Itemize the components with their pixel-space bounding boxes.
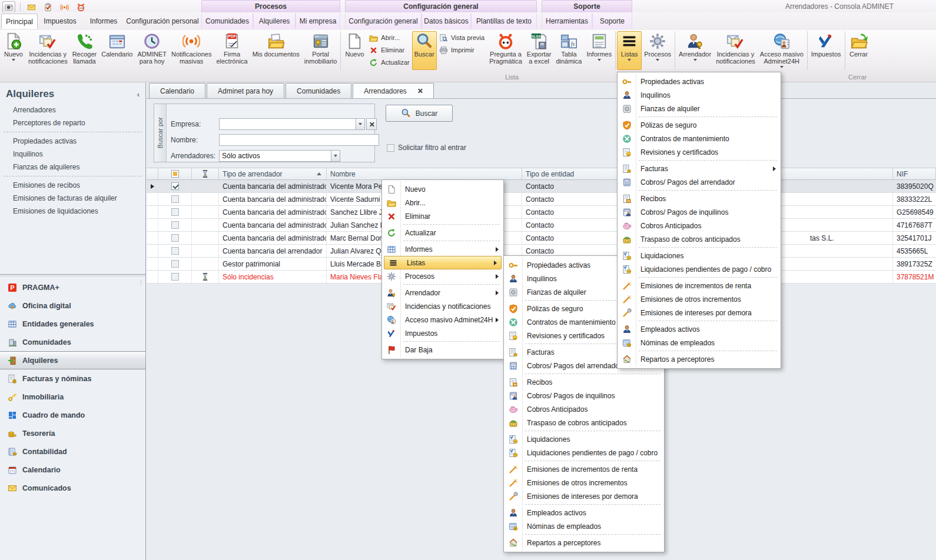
context-menu-item-incidencias-y-notificaciones[interactable]: Incidencias y notificaciones <box>383 299 503 313</box>
listas-dropdown-item-propiedades-activas[interactable]: Propiedades activas <box>618 75 780 88</box>
qat-clipboard-check-button[interactable] <box>42 2 54 12</box>
sidebar-nav-alquileres[interactable]: Alquileres <box>0 351 145 369</box>
listas-submenu-item-cobros-anticipados[interactable]: Cobros Anticipados <box>504 402 663 416</box>
column-header-nombre[interactable]: Nombre <box>327 168 522 179</box>
table-row[interactable]: Cuenta bancaria del administradorVicente… <box>147 180 936 193</box>
listas-submenu-item-emisiones-de-otros-incrementos[interactable]: Emisiones de otros incrementos <box>504 476 663 489</box>
table-row[interactable]: Cuenta bancaria del administradorSanchez… <box>147 206 936 219</box>
listas-submenu-item-emisiones-de-intereses-por-demora[interactable]: Emisiones de intereses por demora <box>504 489 663 503</box>
listas-submenu-item-empleados-activos[interactable]: Empleados activos <box>504 506 663 519</box>
ribbon-button-recoger-llamada[interactable]: Recoger llamada <box>70 31 99 70</box>
ribbon-button-mis-documentos[interactable]: Mis documentos <box>250 31 302 70</box>
ribbon-button-portal-inmobiliario[interactable]: Portal inmobiliario <box>302 31 340 70</box>
ribbon-tab-soporte[interactable]: Soporte <box>592 14 632 29</box>
ribbon-button-calendario[interactable]: Calendario <box>99 31 135 70</box>
sidebar-collapse-icon[interactable]: ‹ <box>137 90 140 99</box>
empresa-clear-button[interactable] <box>366 118 377 130</box>
close-icon[interactable] <box>417 88 423 94</box>
listas-dropdown-item-emisiones-de-intereses-por-demora[interactable]: Emisiones de intereses por demora <box>618 306 780 319</box>
context-menu-item-eliminar[interactable]: Eliminar <box>383 209 503 223</box>
row-checkbox[interactable] <box>171 260 179 268</box>
sidebar-link-inquilinos[interactable]: Inquilinos <box>0 148 145 161</box>
ribbon-button-eliminar[interactable]: Eliminar <box>369 45 409 55</box>
sidebar-nav-oficina-digital[interactable]: Oficina digital <box>0 296 145 315</box>
sidebar-splitter[interactable]: ⋮ <box>0 274 145 278</box>
listas-dropdown-item-facturas[interactable]: Facturas <box>618 162 780 175</box>
column-header-tipo-de-entidad[interactable]: Tipo de entidad <box>522 168 618 179</box>
qat-app-button[interactable] <box>2 1 15 13</box>
ribbon-tab-herramientas[interactable]: Herramientas <box>542 14 592 29</box>
ribbon-tab-configuracion-general[interactable]: Configuración general <box>345 14 421 29</box>
ribbon-tab-plantillas-de-texto[interactable]: Plantillas de texto <box>471 14 537 29</box>
filter-on-enter-checkbox[interactable] <box>387 144 394 152</box>
qat-broadcast-button[interactable] <box>58 2 70 12</box>
row-checkbox[interactable] <box>171 234 179 242</box>
ribbon-tab-impuestos[interactable]: Impuestos <box>38 14 82 29</box>
context-menu-item-informes[interactable]: Informes <box>383 242 503 256</box>
listas-submenu-item-traspaso-de-cobros-anticipados[interactable]: Traspaso de cobros anticipados <box>504 416 663 429</box>
listas-submenu-item-liquidaciones[interactable]: Liquidaciones <box>504 432 663 446</box>
ribbon-tab-datos-basicos[interactable]: Datos básicos <box>421 14 471 29</box>
ribbon-button-imprimir[interactable]: Imprimir <box>439 45 484 55</box>
empresa-combo[interactable] <box>219 118 356 130</box>
listas-submenu-item-recibos[interactable]: Recibos <box>504 375 663 389</box>
sidebar-nav-entidades-generales[interactable]: Entidades generales <box>0 315 145 333</box>
ribbon-button-cerrar[interactable]: Cerrar <box>847 31 871 70</box>
ribbon-button-tabla-dinamica[interactable]: fxTabla dinámica <box>553 31 584 70</box>
ribbon-button-firma-electronica[interactable]: PDFFirma electrónica <box>214 31 250 70</box>
sidebar-link-fianzas-de-alquileres[interactable]: Fianzas de alquileres <box>0 161 145 174</box>
table-row[interactable]: Cuenta bancaria del administradorJulian … <box>147 219 936 232</box>
arrendadores-dropdown-button[interactable] <box>331 150 340 162</box>
context-menu-item-dar-baja[interactable]: Dar Baja <box>383 343 503 356</box>
ribbon-button-informes[interactable]: Informes <box>584 31 614 70</box>
listas-dropdown-item-traspaso-de-cobros-anticipados[interactable]: Traspaso de cobros anticipados <box>618 232 780 246</box>
listas-dropdown-item-cobros-anticipados[interactable]: Cobros Anticipados <box>618 219 780 232</box>
sidebar-nav-pragma[interactable]: PPRAGMA+ <box>0 278 145 296</box>
column-header-tipo-de-arrendador[interactable]: Tipo de arrendador <box>219 168 327 179</box>
document-tab-arrendadores[interactable]: Arrendadores <box>353 83 434 98</box>
listas-dropdown-item-liquidaciones-pendientes-de-pago-cobro[interactable]: Liquidaciones pendientes de pago / cobro <box>618 262 780 276</box>
sidebar-link-emisiones-de-recibos[interactable]: Emisiones de recibos <box>0 179 145 192</box>
listas-dropdown-item-cobros-pagos-del-arrendador[interactable]: Cobros/ Pagos del arrendador <box>618 175 780 189</box>
context-menu-item-abrir[interactable]: Abrir... <box>383 196 503 209</box>
sidebar-nav-cuadro-de-mando[interactable]: Cuadro de mando <box>0 406 145 424</box>
search-button[interactable]: Buscar <box>386 105 453 122</box>
sidebar-link-perceptores-de-reparto[interactable]: Perceptores de reparto <box>0 116 145 129</box>
context-menu-item-acceso-masivo-adminet24h[interactable]: Acceso masivo Adminet24H <box>383 313 503 326</box>
ribbon-tab-configuracion-personal[interactable]: Configuración personal <box>125 14 200 29</box>
ribbon-button-incidencias-y-notificaciones[interactable]: Incidencias y notificaciones <box>26 31 70 70</box>
ribbon-button-impuestos[interactable]: Impuestos <box>809 31 844 70</box>
listas-dropdown-item-recibos[interactable]: Recibos <box>618 192 780 205</box>
nombre-input[interactable] <box>219 134 379 146</box>
ribbon-button-buscar[interactable]: Buscar <box>412 31 437 70</box>
empresa-dropdown-button[interactable] <box>356 118 365 130</box>
ribbon-button-vista-previa[interactable]: Vista previa <box>439 32 484 43</box>
sidebar-nav-tesoreria[interactable]: Tesorería <box>0 424 145 442</box>
column-header-nif[interactable]: NIF <box>893 168 936 179</box>
ribbon-button-incidencias-y-notificaciones[interactable]: Incidencias y notificaciones <box>713 31 758 70</box>
row-checkbox[interactable] <box>171 273 179 281</box>
listas-dropdown-item-repartos-a-perceptores[interactable]: Repartos a perceptores <box>618 352 780 366</box>
sidebar-nav-contabilidad[interactable]: Contabilidad <box>0 442 145 461</box>
listas-dropdown-item-liquidaciones[interactable]: Liquidaciones <box>618 249 780 262</box>
ribbon-button-abrir[interactable]: Abrir... <box>369 32 409 43</box>
listas-dropdown-item-contratos-de-mantenimiento[interactable]: Contratos de mantenimiento <box>618 132 780 145</box>
ribbon-button-actualizar[interactable]: Actualizar <box>369 57 409 68</box>
context-menu-item-impuestos[interactable]: Impuestos <box>383 326 503 340</box>
sidebar-link-arrendadores[interactable]: Arrendadores <box>0 104 145 116</box>
context-menu-item-actualizar[interactable]: Actualizar <box>383 226 503 239</box>
sidebar-nav-calendario[interactable]: Calendario <box>0 461 145 479</box>
sidebar-nav-comunicados[interactable]: Comunicados <box>0 479 145 497</box>
listas-dropdown-item-empleados-activos[interactable]: Empleados activos <box>618 322 780 336</box>
document-tab-comunidades[interactable]: Comunidades <box>286 83 351 98</box>
ribbon-button-nuevo[interactable]: Nuevo <box>1 31 26 70</box>
context-menu-item-nuevo[interactable]: Nuevo <box>383 182 503 196</box>
listas-submenu-item-cobros-pagos-de-inquilinos[interactable]: Cobros/ Pagos de inquilinos <box>504 389 663 402</box>
sidebar-nav-facturas-y-nominas[interactable]: Facturas y nóminas <box>0 369 145 388</box>
listas-dropdown-item-nominas-de-empleados[interactable]: Nóminas de empleados <box>618 336 780 349</box>
listas-submenu-item-repartos-a-perceptores[interactable]: Repartos a perceptores <box>504 536 663 549</box>
ribbon-button-adminet-para-hoy[interactable]: ADMINET para hoy <box>135 31 169 70</box>
sidebar-nav-inmobiliaria[interactable]: Inmobiliaria <box>0 388 145 406</box>
ribbon-button-procesos[interactable]: Procesos <box>642 31 673 70</box>
listas-submenu-item-nominas-de-empleados[interactable]: Nóminas de empleados <box>504 519 663 533</box>
